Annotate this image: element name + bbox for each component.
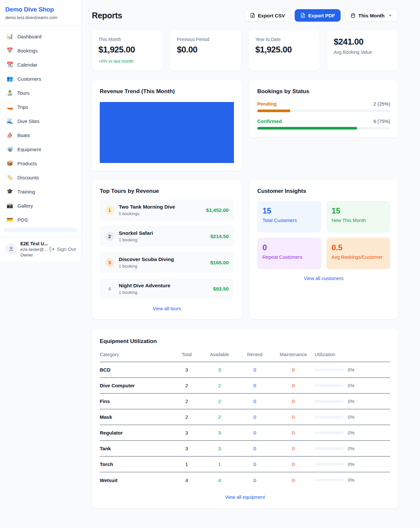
stat-value: $1,925.00 bbox=[255, 45, 313, 55]
sidebar-item-bookings[interactable]: 📅 Bookings bbox=[3, 44, 78, 57]
stat-label: This Month bbox=[98, 37, 156, 42]
cell-available: 1 bbox=[201, 461, 238, 467]
sign-out-button[interactable]: Sign Out bbox=[49, 246, 76, 252]
cell-available: 4 bbox=[201, 477, 238, 483]
sidebar-item-label: Products bbox=[17, 161, 37, 166]
tile-label: New This Month bbox=[332, 218, 385, 223]
sidebar-item-training[interactable]: 🎓 Training bbox=[3, 185, 78, 198]
table-body: BCD 3 3 0 0 0% Dive Computer 2 2 0 0 0% … bbox=[100, 362, 390, 488]
cell-category: Wetsuit bbox=[100, 477, 172, 483]
cell-total: 4 bbox=[172, 477, 201, 483]
person-icon bbox=[8, 246, 14, 252]
sidebar-brand: Demo Dive Shop demo.test.divestreams.com bbox=[0, 0, 81, 26]
cell-total: 2 bbox=[172, 414, 201, 420]
rank-badge: 3 bbox=[105, 258, 114, 267]
sidebar-item-label: Tours bbox=[17, 90, 30, 96]
period-dropdown[interactable]: This Month bbox=[345, 9, 398, 22]
rank-badge: 1 bbox=[105, 206, 114, 215]
bookings-by-status-title: Bookings by Status bbox=[257, 88, 390, 95]
status-count: 2 (25%) bbox=[373, 101, 390, 107]
column-rented: Rented bbox=[238, 352, 272, 357]
cell-rented: 0 bbox=[238, 446, 272, 451]
cell-rented: 0 bbox=[238, 383, 272, 388]
stat-card-this-month: This Month $1,925.00 +0% vs last month bbox=[92, 30, 163, 71]
graduation-cap-icon: 🎓 bbox=[7, 189, 13, 194]
cell-category: Fins bbox=[100, 398, 172, 404]
sidebar-item-boats[interactable]: ⛵ Boats bbox=[3, 129, 78, 141]
sidebar-item-customers[interactable]: 👥 Customers bbox=[3, 72, 78, 85]
revenue-trend-title: Revenue Trend (This Month) bbox=[100, 88, 234, 95]
sidebar-item-label: Discounts bbox=[17, 175, 39, 180]
insights-grid: 15 Total Customers 15 New This Month 0 R… bbox=[257, 201, 390, 269]
insights-row: Top Tours by Revenue 1 Two Tank Morning … bbox=[92, 180, 398, 319]
utilization-bar bbox=[315, 416, 344, 418]
rank-badge: 2 bbox=[105, 232, 114, 241]
cell-rented: 0 bbox=[238, 398, 272, 404]
view-all-equipment-link[interactable]: View all equipment bbox=[100, 495, 390, 500]
sidebar-item-products[interactable]: 📦 Products bbox=[3, 157, 78, 170]
sidebar-item-trips[interactable]: 🚤 Trips bbox=[3, 101, 78, 113]
utilization-bar bbox=[315, 369, 344, 371]
tile-label: Repeat Customers bbox=[262, 254, 316, 260]
export-csv-button[interactable]: Export CSV bbox=[244, 9, 291, 22]
main-content: Reports Export CSV Export PDF This Month… bbox=[92, 0, 398, 508]
table-row: Fins 2 2 0 0 0% bbox=[100, 394, 390, 409]
utilization-bar bbox=[315, 384, 344, 387]
export-csv-label: Export CSV bbox=[258, 13, 285, 18]
tour-row: 1 Two Tank Morning Dive 5 bookings $1,45… bbox=[100, 199, 234, 221]
status-label: Confirmed bbox=[257, 118, 282, 124]
table-row: Regulator 3 3 0 0 0% bbox=[100, 425, 390, 441]
tile-value: 0 bbox=[262, 243, 316, 252]
brand-name: Demo Dive Shop bbox=[5, 6, 76, 13]
cell-category: Dive Computer bbox=[100, 383, 172, 388]
tile-value: 15 bbox=[262, 206, 316, 215]
column-available: Available bbox=[201, 352, 238, 357]
view-all-tours-link[interactable]: View all tours bbox=[100, 306, 234, 311]
stat-delta: +0% vs last month bbox=[98, 59, 156, 64]
user-role: Owner bbox=[20, 253, 46, 257]
sidebar-item-discounts[interactable]: 🏷️ Discounts bbox=[3, 171, 78, 184]
cell-maintenance: 0 bbox=[272, 398, 315, 404]
table-row: Mask 2 2 0 0 0% bbox=[100, 409, 390, 425]
sidebar-item-dive-sites[interactable]: 🌊 Dive Sites bbox=[3, 115, 78, 127]
stat-card-previous-period: Previous Period $0.00 bbox=[170, 30, 241, 71]
cell-rented: 0 bbox=[238, 477, 272, 483]
equipment-title: Equipment Utilization bbox=[100, 338, 390, 345]
sign-out-label: Sign Out bbox=[57, 246, 76, 252]
sidebar-item-tours[interactable]: 🏝️ Tours bbox=[3, 87, 78, 99]
sidebar-item-dashboard[interactable]: 📊 Dashboard bbox=[3, 30, 78, 43]
stat-label: Year to Date bbox=[255, 37, 313, 42]
cell-available: 3 bbox=[201, 367, 238, 373]
view-all-customers-link[interactable]: View all customers bbox=[257, 276, 390, 281]
sidebar-item-equipment[interactable]: 🤿 Equipment bbox=[3, 143, 78, 155]
tour-revenue: $165.00 bbox=[210, 260, 229, 266]
cell-total: 2 bbox=[172, 398, 201, 404]
cell-available: 2 bbox=[201, 414, 238, 420]
header-actions: Export CSV Export PDF This Month bbox=[244, 9, 398, 22]
island-icon: 🏝️ bbox=[7, 90, 13, 95]
user-name: E2E Test U... bbox=[20, 241, 46, 246]
cell-available: 3 bbox=[201, 430, 238, 436]
sidebar-item-pos[interactable]: 💳 POS bbox=[3, 213, 78, 226]
stat-value: $1,925.00 bbox=[98, 45, 156, 55]
nav-active-item-partial[interactable] bbox=[4, 228, 77, 232]
sidebar-item-gallery[interactable]: 📸 Gallery bbox=[3, 199, 78, 212]
package-icon: 📦 bbox=[7, 161, 13, 166]
stat-label: Avg Booking Value bbox=[334, 50, 391, 55]
table-header-row: Category Total Available Rented Maintena… bbox=[100, 352, 390, 362]
cell-rented: 0 bbox=[238, 461, 272, 467]
sidebar-user-footer: E2E Test U... e2e-tester@... Owner Sign … bbox=[0, 237, 81, 261]
cell-maintenance: 0 bbox=[272, 414, 315, 420]
cell-rented: 0 bbox=[238, 367, 272, 373]
stat-card-year-to-date: Year to Date $1,925.00 bbox=[249, 30, 320, 71]
stat-label: Previous Period bbox=[177, 37, 235, 42]
sidebar-item-label: Bookings bbox=[17, 48, 38, 53]
cell-rented: 0 bbox=[238, 414, 272, 420]
sidebar-item-calendar[interactable]: 📆 Calendar bbox=[3, 58, 78, 71]
export-pdf-button[interactable]: Export PDF bbox=[295, 9, 341, 22]
file-download-icon bbox=[250, 13, 255, 18]
tour-name: Snorkel Safari bbox=[119, 230, 206, 236]
progress-fill-pending bbox=[257, 110, 290, 112]
brand-domain: demo.test.divestreams.com bbox=[5, 15, 76, 20]
file-download-icon bbox=[300, 13, 305, 18]
